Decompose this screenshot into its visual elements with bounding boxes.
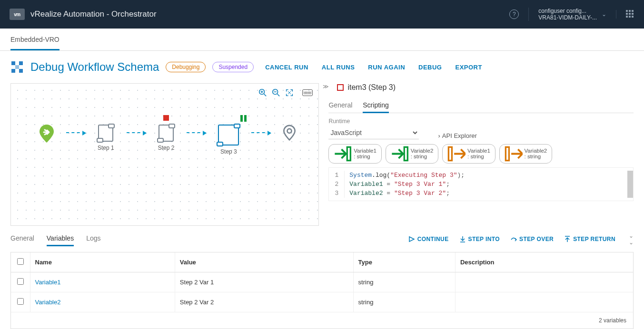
tab-scripting[interactable]: Scripting	[363, 98, 388, 113]
item-icon	[337, 84, 344, 91]
bottom-tab-logs[interactable]: Logs	[86, 232, 100, 246]
app-title: vRealize Automation - Orchestrator	[30, 10, 157, 19]
help-icon[interactable]: ?	[509, 10, 519, 19]
user-name: configuser config...	[538, 8, 597, 14]
page-title: Debug Workflow Schema	[30, 60, 159, 74]
app-switcher-icon[interactable]	[616, 10, 634, 19]
variable-value: Step 2 Var 1	[175, 272, 353, 292]
code-editor[interactable]: 123 System.log("Executing Step 3"); Vari…	[328, 167, 634, 201]
variable-type: string	[353, 292, 455, 312]
fit-screen-icon[interactable]	[285, 88, 294, 97]
svg-rect-1	[19, 61, 23, 65]
input-variable-pill[interactable]: Variable2 : string	[386, 144, 438, 164]
debug-button[interactable]: DEBUG	[418, 64, 442, 71]
chevron-down-icon: ⌄	[602, 11, 606, 18]
secondary-nav: Embedded-VRO	[0, 29, 644, 51]
title-row: Debug Workflow Schema Debugging Suspende…	[0, 51, 644, 83]
item-title: item3 (Step 3)	[347, 83, 395, 92]
end-node[interactable]	[283, 125, 296, 141]
output-variable-pill[interactable]: Variable2 : string	[499, 144, 552, 164]
user-menu[interactable]: configuser config... VRA81-VIDM-DAILY-..…	[528, 8, 606, 21]
tab-general[interactable]: General	[328, 98, 352, 113]
row-checkbox[interactable]	[17, 278, 24, 285]
workflow-icon	[10, 60, 24, 74]
run-again-button[interactable]: RUN AGAIN	[368, 64, 405, 71]
export-button[interactable]: EXPORT	[455, 64, 482, 71]
status-badge-debugging: Debugging	[166, 62, 206, 72]
zoom-out-icon[interactable]	[272, 88, 280, 97]
svg-rect-3	[19, 69, 23, 73]
paused-indicator-icon	[240, 115, 247, 122]
table-footer: 2 variables	[11, 312, 633, 329]
connector	[187, 132, 206, 133]
api-explorer-button[interactable]: › API Explorer	[438, 132, 476, 139]
svg-point-13	[287, 129, 292, 133]
step1-node[interactable]: Step 1	[98, 125, 114, 151]
step-into-button[interactable]: STEP INTO	[459, 236, 500, 242]
variables-table: Name Value Type Description Variable1 St…	[10, 252, 634, 329]
line-gutter: 123	[329, 171, 345, 198]
connector	[251, 132, 270, 133]
details-panel: ≫ item3 (Step 3) General Scripting Runti…	[325, 83, 634, 226]
variable-name-link[interactable]: Variable2	[35, 299, 61, 306]
runtime-select[interactable]: JavaScript	[328, 126, 419, 139]
start-node[interactable]	[40, 125, 54, 143]
bottom-tab-variables[interactable]: Variables	[47, 232, 74, 246]
connector	[66, 132, 85, 133]
table-row[interactable]: Variable2 Step 2 Var 2 string	[11, 292, 633, 312]
runtime-label: Runtime	[328, 118, 419, 125]
tab-embedded-vro[interactable]: Embedded-VRO	[10, 29, 59, 50]
svg-rect-14	[347, 147, 351, 160]
step2-label: Step 2	[158, 145, 175, 151]
breakpoint-icon[interactable]	[163, 115, 169, 121]
more-chevron-icon[interactable]: ⌄⌄	[629, 232, 634, 246]
all-runs-button[interactable]: ALL RUNS	[322, 64, 355, 71]
row-checkbox[interactable]	[17, 298, 24, 305]
step2-node[interactable]: Step 2	[158, 125, 175, 151]
svg-rect-0	[11, 61, 15, 65]
variable-name-link[interactable]: Variable1	[35, 279, 61, 286]
zoom-in-icon[interactable]	[258, 88, 267, 97]
svg-rect-4	[15, 65, 19, 69]
app-header: vm vRealize Automation - Orchestrator ? …	[0, 0, 644, 29]
step-over-button[interactable]: STEP OVER	[510, 236, 554, 242]
continue-button[interactable]: CONTINUE	[408, 236, 449, 242]
canvas-toolbar	[258, 88, 313, 97]
col-value[interactable]: Value	[175, 252, 353, 272]
input-variable-pill[interactable]: Variable1 : string	[328, 144, 381, 164]
keyboard-icon[interactable]	[302, 89, 313, 96]
status-badge-suspended: Suspended	[212, 62, 254, 72]
step1-label: Step 1	[98, 145, 114, 151]
chevron-right-icon: ›	[438, 132, 440, 139]
scrollbar[interactable]	[627, 171, 633, 198]
svg-rect-15	[404, 147, 407, 160]
variable-description	[455, 272, 633, 292]
collapse-panel-icon[interactable]: ≫	[323, 83, 329, 90]
svg-line-6	[264, 94, 267, 97]
variable-value: Step 2 Var 2	[175, 292, 353, 312]
svg-rect-16	[449, 147, 452, 160]
tenant-name: VRA81-VIDM-DAILY-...	[538, 14, 597, 21]
step3-node[interactable]: Step 3	[218, 125, 239, 155]
variable-type: string	[353, 272, 455, 292]
col-name[interactable]: Name	[30, 252, 175, 272]
bottom-tab-general[interactable]: General	[10, 232, 34, 246]
step-return-button[interactable]: STEP RETURN	[564, 236, 615, 242]
output-variable-pill[interactable]: Variable1 : string	[442, 144, 495, 164]
step3-label: Step 3	[220, 148, 237, 155]
workflow-canvas[interactable]: Step 1 Step 2 Step 3	[10, 83, 319, 226]
col-description[interactable]: Description	[455, 252, 633, 272]
svg-line-10	[277, 94, 280, 97]
col-type[interactable]: Type	[353, 252, 455, 272]
table-row[interactable]: Variable1 Step 2 Var 1 string	[11, 272, 633, 292]
svg-rect-17	[505, 147, 509, 160]
cancel-run-button[interactable]: CANCEL RUN	[265, 64, 308, 71]
connector	[127, 132, 146, 133]
select-all-checkbox[interactable]	[17, 258, 24, 265]
svg-rect-2	[11, 69, 15, 73]
variable-description	[455, 292, 633, 312]
vmware-logo: vm	[10, 9, 25, 20]
